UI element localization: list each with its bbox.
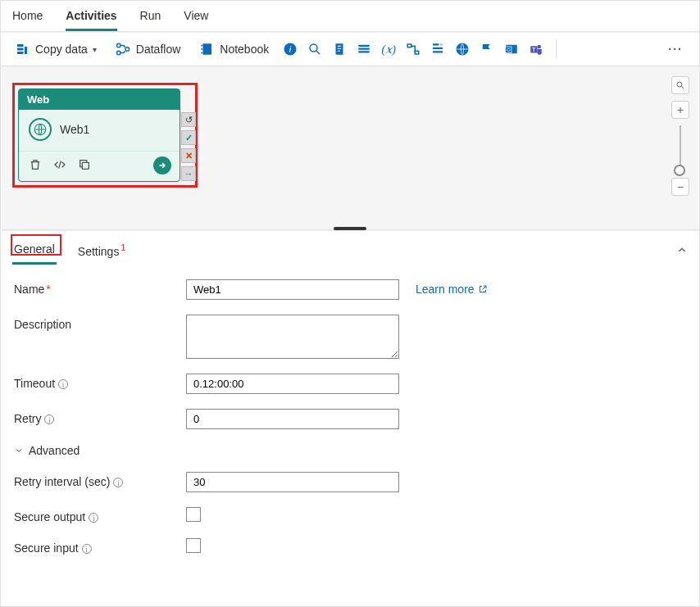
svg-rect-16 — [433, 48, 443, 49]
secure-input-label: Secure inputi — [14, 538, 186, 555]
ribbon-overflow-button[interactable]: ··· — [660, 43, 691, 56]
zoom-slider-handle[interactable] — [674, 165, 685, 176]
svg-rect-6 — [202, 52, 203, 54]
copy-data-button[interactable]: Copy data ▾ — [9, 38, 102, 61]
variable-icon[interactable]: (𝑥) — [380, 41, 397, 57]
dataflow-label: Dataflow — [136, 43, 180, 56]
copy-data-icon — [14, 41, 30, 57]
activity-name-label: Web1 — [60, 123, 89, 136]
zoom-in-button[interactable]: + — [671, 101, 689, 119]
ribbon-divider — [556, 39, 557, 59]
name-label: Name* — [14, 279, 186, 296]
web-icon — [29, 118, 52, 141]
svg-rect-13 — [407, 44, 411, 48]
name-input[interactable] — [186, 279, 399, 300]
flag-icon[interactable] — [479, 41, 495, 57]
svg-rect-18 — [440, 43, 443, 45]
code-icon[interactable] — [53, 158, 66, 174]
panel-tab-bar: General Settings1 — [1, 230, 699, 265]
description-input[interactable] — [186, 315, 399, 359]
port-success-icon[interactable]: ✓ — [181, 130, 196, 145]
panel-tab-general[interactable]: General — [12, 238, 57, 265]
info-icon[interactable]: i — [113, 478, 123, 487]
svg-rect-10 — [358, 45, 370, 47]
svg-rect-17 — [433, 51, 443, 52]
info-icon[interactable]: i — [44, 414, 54, 424]
advanced-label: Advanced — [29, 444, 80, 457]
chevron-down-icon: ▾ — [93, 45, 97, 54]
svg-text:O: O — [507, 48, 511, 52]
info-icon[interactable]: i — [58, 379, 68, 389]
port-skip-icon[interactable]: → — [181, 166, 196, 181]
collapse-panel-icon[interactable] — [676, 244, 688, 258]
list-icon[interactable] — [356, 41, 372, 57]
secure-input-checkbox[interactable] — [186, 538, 201, 553]
zoom-slider[interactable] — [680, 125, 681, 171]
selection-highlight: Web Web1 ↺ ✓ ✕ → — [12, 83, 198, 188]
dataflow-icon — [115, 41, 131, 57]
activities-ribbon: Copy data ▾ Dataflow Notebook i (𝑥) O T … — [1, 32, 699, 66]
retry-interval-input[interactable] — [186, 472, 399, 492]
notebook-icon — [198, 41, 215, 57]
teams-icon[interactable]: T — [528, 41, 544, 57]
advanced-toggle[interactable]: Advanced — [14, 444, 686, 457]
port-fail-icon[interactable]: ✕ — [181, 148, 196, 163]
info-icon[interactable]: i — [282, 41, 298, 57]
svg-point-0 — [116, 43, 120, 48]
timeout-label: Timeouti — [14, 374, 186, 390]
svg-point-28 — [677, 82, 682, 87]
secure-output-checkbox[interactable] — [186, 507, 201, 522]
svg-point-2 — [125, 48, 130, 52]
pipeline-canvas[interactable]: Web Web1 ↺ ✓ ✕ → + − — [1, 66, 699, 230]
script-icon[interactable] — [331, 41, 348, 57]
run-icon[interactable] — [153, 156, 171, 174]
form-icon[interactable] — [430, 41, 446, 57]
clone-icon[interactable] — [78, 158, 91, 174]
svg-point-9 — [310, 44, 317, 52]
notebook-label: Notebook — [220, 43, 269, 56]
zoom-controls: + − — [671, 76, 689, 196]
svg-rect-4 — [202, 45, 203, 47]
info-icon[interactable]: i — [82, 544, 92, 554]
timeout-input[interactable] — [186, 374, 399, 394]
panel-tab-settings[interactable]: Settings1 — [76, 238, 127, 265]
general-form: Name* Learn more Description Timeouti Re… — [1, 265, 699, 569]
secure-output-label: Secure outputi — [14, 507, 186, 523]
svg-rect-15 — [433, 43, 439, 45]
notebook-button[interactable]: Notebook — [193, 38, 274, 61]
delete-icon[interactable] — [29, 158, 42, 174]
output-ports: ↺ ✓ ✕ → — [181, 112, 196, 181]
pipeline-icon[interactable] — [405, 41, 421, 57]
outlook-icon[interactable]: O — [503, 41, 520, 57]
svg-point-1 — [116, 51, 120, 55]
web-activity-node[interactable]: Web Web1 ↺ ✓ ✕ → — [18, 88, 180, 182]
description-label: Description — [14, 315, 186, 331]
svg-point-24 — [538, 45, 542, 49]
retry-input[interactable] — [186, 409, 399, 429]
svg-rect-27 — [82, 162, 89, 169]
svg-rect-11 — [358, 48, 370, 50]
svg-rect-3 — [203, 43, 212, 55]
settings-badge: 1 — [120, 243, 125, 252]
port-undo-icon[interactable]: ↺ — [181, 112, 196, 127]
search-icon[interactable] — [307, 41, 323, 57]
top-tab-bar: Home Activities Run View — [1, 1, 699, 32]
tab-home[interactable]: Home — [12, 4, 43, 31]
copy-data-label: Copy data — [35, 43, 88, 56]
globe-icon[interactable] — [454, 41, 470, 57]
retry-interval-label: Retry interval (sec)i — [14, 472, 186, 488]
dataflow-button[interactable]: Dataflow — [110, 38, 185, 61]
svg-rect-5 — [202, 48, 203, 50]
activity-type-label: Web — [19, 89, 180, 110]
tab-view[interactable]: View — [184, 4, 208, 31]
retry-label: Retryi — [14, 409, 186, 425]
svg-rect-12 — [358, 51, 370, 52]
tab-run[interactable]: Run — [140, 4, 161, 31]
zoom-search-icon[interactable] — [671, 76, 689, 94]
zoom-out-button[interactable]: − — [671, 178, 689, 196]
tab-activities[interactable]: Activities — [66, 4, 116, 31]
learn-more-link[interactable]: Learn more — [416, 279, 686, 296]
chevron-down-icon — [14, 446, 24, 455]
info-icon[interactable]: i — [89, 513, 98, 523]
